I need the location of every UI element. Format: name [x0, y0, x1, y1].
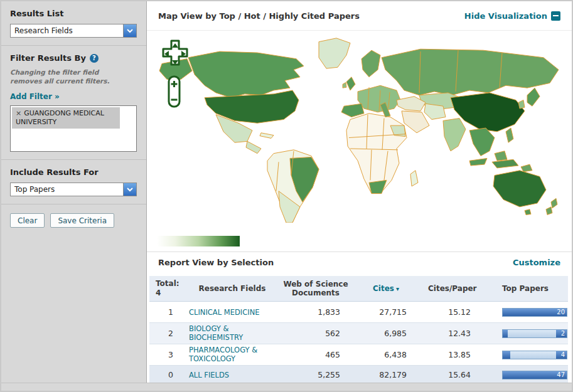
table-row: 2 BIOLOGY & BIOCHEMISTRY 562 6,985 12.43… [149, 323, 568, 344]
sort-desc-icon: ▾ [396, 285, 399, 292]
country-uk[interactable] [346, 77, 355, 90]
report-view-header: Report View by Selection Customize [147, 252, 572, 272]
column-header-cites[interactable]: Cites▾ [365, 284, 428, 293]
top-papers-bar[interactable]: 4 [502, 351, 567, 359]
filter-chip[interactable]: ×GUANGDONG MEDICAL UNIVERSITY [12, 107, 120, 129]
country-korea[interactable] [518, 100, 525, 109]
country-indonesia-east[interactable] [492, 159, 518, 168]
country-madagascar[interactable] [410, 171, 418, 186]
research-field-link[interactable]: PHARMACOLOGY & TOXICOLOGY [189, 346, 260, 364]
customize-link[interactable]: Customize [513, 258, 560, 267]
filter-by-label: Filter Results By [10, 53, 86, 63]
column-header-cites-per-paper[interactable]: Cites/Paper [428, 284, 493, 293]
region-scandinavia[interactable] [361, 50, 380, 77]
country-philippines[interactable] [506, 128, 513, 142]
cites-cell: 27,715 [365, 307, 428, 317]
chevron-down-icon[interactable] [123, 183, 136, 196]
research-field-link[interactable]: CLINICAL MEDICINE [189, 309, 260, 317]
column-header-research-fields[interactable]: Research Fields [185, 284, 280, 293]
filter-note: Changing the filter field removes all cu… [10, 68, 129, 85]
table-row: 1 CLINICAL MEDICINE 1,833 27,715 15.12 2… [149, 302, 568, 323]
column-header-total: Total: 4 [149, 279, 185, 298]
cites-per-paper-cell: 15.12 [428, 307, 493, 317]
country-cuba[interactable] [260, 133, 274, 139]
collapse-minus-icon[interactable] [551, 11, 560, 21]
cites-per-paper-cell: 12.43 [428, 329, 493, 338]
chevron-down-icon[interactable] [123, 24, 136, 37]
clear-button[interactable]: Clear [10, 213, 45, 228]
world-map-choropleth[interactable] [151, 34, 567, 223]
country-south-africa[interactable] [369, 180, 387, 193]
country-borneo[interactable] [495, 151, 507, 161]
cites-cell: 82,179 [365, 370, 428, 379]
docs-cell: 465 [280, 350, 365, 359]
results-list-section: Results List Research Fields [1, 1, 146, 46]
docs-cell: 562 [280, 329, 365, 338]
top-papers-bar[interactable]: 20 [502, 308, 567, 317]
column-header-wos-documents[interactable]: Web of Science Documents [280, 280, 365, 298]
add-filter-link[interactable]: Add Filter » [10, 92, 60, 101]
table-row-all-fields: 0 ALL FIELDS 5,255 82,179 15.64 47 [149, 366, 568, 384]
rank-cell: 3 [149, 350, 185, 359]
country-ireland[interactable] [343, 82, 346, 88]
world-map-area [147, 31, 572, 252]
country-india[interactable] [443, 119, 466, 151]
filter-chip-label: GUANGDONG MEDICAL UNIVERSITY [16, 109, 104, 126]
top-papers-value: 47 [557, 371, 565, 379]
region-southeast-asia[interactable] [469, 128, 495, 156]
country-new-zealand[interactable] [546, 198, 557, 215]
table-row: 3 PHARMACOLOGY & TOXICOLOGY 465 6,438 13… [149, 344, 568, 366]
research-field-link[interactable]: ALL FIELDS [189, 371, 229, 380]
sidebar-buttons: Clear Save Criteria [1, 204, 146, 236]
results-list-select[interactable]: Research Fields [10, 24, 137, 38]
report-view-title: Report View by Selection [158, 258, 274, 267]
table-header-row: Total: 4 Research Fields Web of Science … [149, 276, 568, 302]
region-central-america[interactable] [246, 141, 261, 153]
docs-cell: 5,255 [280, 370, 365, 379]
country-greenland[interactable] [319, 38, 350, 68]
include-results-label: Include Results For [10, 167, 137, 177]
report-table: Total: 4 Research Fields Web of Science … [149, 276, 568, 384]
rank-cell: 2 [149, 329, 185, 338]
country-iran[interactable] [424, 103, 446, 119]
map-legend-gradient [157, 236, 240, 246]
filter-section: Filter Results By ? Changing the filter … [1, 46, 146, 160]
country-canada[interactable] [188, 51, 304, 98]
cites-per-paper-cell: 13.85 [428, 350, 493, 359]
map-pan-control[interactable] [161, 40, 190, 68]
top-papers-value: 20 [557, 309, 565, 316]
results-list-label: Results List [10, 9, 137, 18]
cites-per-paper-cell: 15.64 [428, 370, 493, 379]
map-view-title: Map View by Top / Hot / Highly Cited Pap… [158, 11, 360, 21]
map-zoom-control[interactable] [167, 75, 182, 109]
cites-cell: 6,438 [365, 350, 428, 359]
save-criteria-button[interactable]: Save Criteria [50, 213, 114, 228]
docs-cell: 1,833 [280, 307, 365, 317]
country-tasmania[interactable] [525, 209, 531, 215]
map-panel-header: Map View by Top / Hot / Highly Cited Pap… [147, 1, 572, 31]
include-results-section: Include Results For Top Papers [1, 160, 146, 204]
sidebar: Results List Research Fields Filter Resu… [1, 1, 147, 391]
country-australia[interactable] [493, 171, 546, 207]
esi-window: Results List Research Fields Filter Resu… [0, 0, 573, 392]
top-papers-bar[interactable]: 2 [502, 329, 567, 338]
country-russia[interactable] [382, 49, 559, 95]
column-header-top-papers[interactable]: Top Papers [493, 284, 568, 293]
top-papers-bar[interactable]: 47 [502, 371, 567, 379]
country-japan[interactable] [527, 88, 540, 106]
country-spain[interactable] [341, 103, 364, 117]
include-results-value: Top Papers [11, 183, 123, 196]
help-icon[interactable]: ? [90, 54, 99, 63]
country-indonesia[interactable] [469, 158, 487, 166]
top-papers-value: 2 [561, 330, 565, 337]
country-new-guinea[interactable] [521, 164, 532, 172]
include-results-select[interactable]: Top Papers [10, 183, 137, 196]
results-list-value: Research Fields [11, 24, 123, 37]
hide-visualization-link[interactable]: Hide Visualization [464, 11, 560, 21]
research-field-link[interactable]: BIOLOGY & BIOCHEMISTRY [189, 325, 260, 342]
remove-filter-icon[interactable]: × [16, 109, 21, 117]
country-saudi-arabia[interactable] [402, 111, 429, 133]
cites-cell: 6,985 [365, 329, 428, 338]
top-papers-value: 4 [561, 351, 565, 359]
active-filters-box: ×GUANGDONG MEDICAL UNIVERSITY [10, 105, 137, 152]
